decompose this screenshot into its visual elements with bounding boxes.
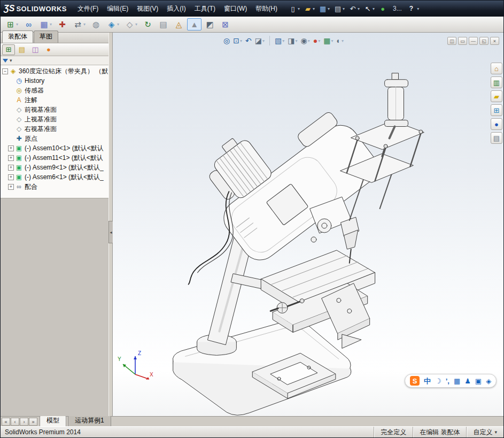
new-document-button[interactable]: ▯ ▾ xyxy=(287,4,301,14)
ime-settings-icon[interactable]: ◈ xyxy=(486,378,491,385)
commandmanager-tab-assembly[interactable]: 装配体 xyxy=(2,30,33,43)
tree-item[interactable]: ◇ 前视基准面 xyxy=(1,105,108,114)
tree-item[interactable]: ◇ 上视基准面 xyxy=(1,114,108,124)
zoom-fit-button[interactable]: ◎ xyxy=(222,36,231,45)
featuremanager-tree-tab[interactable]: ⊞ xyxy=(2,44,15,55)
window-pane-button[interactable]: ▭ xyxy=(458,37,467,45)
close-document-button[interactable]: × xyxy=(490,37,499,45)
tab-nav-button[interactable]: ‹ xyxy=(11,418,19,426)
hide-show-items-button[interactable]: ◉ ▾ xyxy=(299,36,311,45)
menu-item[interactable]: 文件(F) xyxy=(73,2,103,16)
appearances-button[interactable]: ● xyxy=(491,118,502,130)
print-button[interactable]: ▤ ▾ xyxy=(332,4,346,14)
tree-item[interactable]: − ◈ 360度定位钻床（带夹具） （默 xyxy=(1,66,108,76)
new-motion-study-button[interactable]: ↻ xyxy=(141,18,155,31)
status-dropdown-icon[interactable]: ▾ xyxy=(494,429,497,435)
dropdown-arrow-icon[interactable]: ▾ xyxy=(295,39,297,43)
render-button[interactable]: ● xyxy=(377,4,389,14)
dropdown-arrow-icon[interactable]: ▾ xyxy=(318,39,320,43)
view-palette-button[interactable]: ⊞ xyxy=(491,104,502,116)
tree-item[interactable]: + ▣ (-) Assem10<1> (默认<默认 xyxy=(1,143,108,153)
commandmanager-tab-sketch[interactable]: 草图 xyxy=(34,30,58,43)
dropdown-arrow-icon[interactable]: ▾ xyxy=(50,22,52,27)
dropdown-arrow-icon[interactable]: ▾ xyxy=(135,22,137,27)
dropdown-arrow-icon[interactable]: ▾ xyxy=(313,6,315,11)
machine-base[interactable] xyxy=(173,320,351,415)
smart-fasteners-button[interactable]: ✚ xyxy=(55,18,69,31)
ime-toolbox-icon[interactable]: ▣ xyxy=(475,378,482,385)
dropdown-arrow-icon[interactable]: ▾ xyxy=(83,22,86,27)
tree-item[interactable]: + ▣ (-) Assem9<1> (默认<默认_ xyxy=(1,163,108,172)
tree-expander[interactable]: + xyxy=(8,184,14,190)
menu-item[interactable]: 插入(I) xyxy=(162,2,190,16)
restore-document-button[interactable]: ◱ xyxy=(479,37,489,45)
tree-expander[interactable]: + xyxy=(8,174,14,180)
solidworks-resources-button[interactable]: ⌂ xyxy=(491,63,502,74)
display-style-button[interactable]: ◨ ▾ xyxy=(286,36,298,45)
move-component-button[interactable]: ⇄ ▾ xyxy=(71,18,88,31)
ime-full-half-width-icon[interactable]: ☽ xyxy=(435,378,441,385)
dropdown-arrow-icon[interactable]: ▾ xyxy=(358,6,360,11)
dropdown-arrow-icon[interactable]: ▾ xyxy=(16,22,18,27)
mate-button[interactable]: ∞ xyxy=(21,18,36,30)
insert-components-button[interactable]: ⊞ ▾ xyxy=(3,18,20,31)
show-hidden-components-button[interactable]: ◍ xyxy=(89,18,103,31)
drill-press-drawing[interactable] xyxy=(113,33,503,416)
ime-punctuation-icon[interactable]: ’, xyxy=(446,378,449,385)
filter-funnel-icon[interactable] xyxy=(3,59,8,63)
dropdown-arrow-icon[interactable]: ▾ xyxy=(308,39,310,43)
window-thumbnail-button[interactable]: ◫ xyxy=(447,37,456,45)
design-library-button[interactable]: ▥ xyxy=(491,76,502,88)
dropdown-arrow-icon[interactable]: ▾ xyxy=(343,6,345,11)
section-view-button[interactable]: ◪ ▾ xyxy=(254,36,266,45)
dropdown-arrow-icon[interactable]: ▾ xyxy=(240,39,242,43)
zoom-area-button[interactable]: ⊡ ▾ xyxy=(232,36,243,45)
menu-item[interactable]: 帮助(H) xyxy=(251,2,282,16)
tree-item[interactable]: + ▣ (-) Assem6<1> (默认<默认_ xyxy=(1,172,108,182)
assembly-visualization-button[interactable]: ⊠ xyxy=(218,18,232,31)
tree-item[interactable]: + ∞ 配合 xyxy=(1,182,108,191)
help-dropdown-icon[interactable]: ▾ xyxy=(417,6,419,11)
tab-nav-button[interactable]: » xyxy=(29,418,37,426)
linear-component-pattern-button[interactable]: ▦ ▾ xyxy=(37,18,54,31)
tree-expander[interactable]: − xyxy=(2,68,8,74)
menu-item[interactable]: 编辑(E) xyxy=(103,2,133,16)
tree-expander[interactable]: + xyxy=(8,145,14,151)
select-button[interactable]: ↖ ▾ xyxy=(362,4,376,14)
panel-splitter[interactable]: ◂ xyxy=(108,33,113,416)
dropdown-arrow-icon[interactable]: ▾ xyxy=(342,39,344,43)
customize-status[interactable]: 自定义 ▾ xyxy=(466,427,503,437)
tab-nav-button[interactable]: « xyxy=(2,418,10,426)
sogou-logo-icon[interactable]: S xyxy=(410,376,420,386)
tab-nav-button[interactable]: › xyxy=(20,418,28,426)
reference-geometry-button[interactable]: ◇ ▾ xyxy=(122,18,139,31)
definition-status[interactable]: 完全定义 xyxy=(374,427,413,437)
view-orientation-button[interactable]: ▧ ▾ xyxy=(274,36,285,45)
dropdown-arrow-icon[interactable]: ▾ xyxy=(331,39,333,43)
ime-soft-keyboard-icon[interactable]: ▦ xyxy=(454,378,460,385)
custom-properties-button[interactable]: ▤ xyxy=(491,132,502,144)
instant3d-button[interactable]: ▲ xyxy=(187,18,201,30)
menu-item[interactable]: 工具(T) xyxy=(190,2,220,16)
dropdown-arrow-icon[interactable]: ▾ xyxy=(328,6,330,11)
displaymanager-tab[interactable]: ● xyxy=(42,44,55,55)
apply-scene-button[interactable]: ▦ ▾ xyxy=(322,36,334,45)
assembly-features-button[interactable]: ◈ ▾ xyxy=(104,18,121,31)
interference-detection-button[interactable]: ◩ xyxy=(203,18,217,31)
tree-expander[interactable]: + xyxy=(8,155,14,161)
menu-item[interactable]: 视图(V) xyxy=(133,2,162,16)
view-settings-button[interactable]: ◐ ▾ xyxy=(335,36,344,45)
ime-account-icon[interactable]: ♟ xyxy=(464,378,471,385)
file-explorer-button[interactable]: ▰ xyxy=(491,90,502,102)
help-button[interactable]: ? xyxy=(406,4,416,13)
graphics-area[interactable]: ◎ ⊡ ▾ ↶ xyxy=(113,33,503,416)
bill-of-materials-button[interactable]: ▤ xyxy=(156,18,170,31)
undo-button[interactable]: ↶ ▾ xyxy=(347,4,361,14)
exploded-view-button[interactable]: ◬ xyxy=(172,18,186,31)
model-tab[interactable]: 模型 xyxy=(40,415,66,426)
filter-dropdown-icon[interactable]: ▾ xyxy=(10,58,12,63)
editing-status[interactable]: 在编辑 装配体 xyxy=(413,427,466,437)
tree-expander[interactable]: + xyxy=(8,165,14,171)
minimize-document-button[interactable]: — xyxy=(469,37,478,45)
ime-chinese-mode-icon[interactable]: 中 xyxy=(424,378,431,385)
